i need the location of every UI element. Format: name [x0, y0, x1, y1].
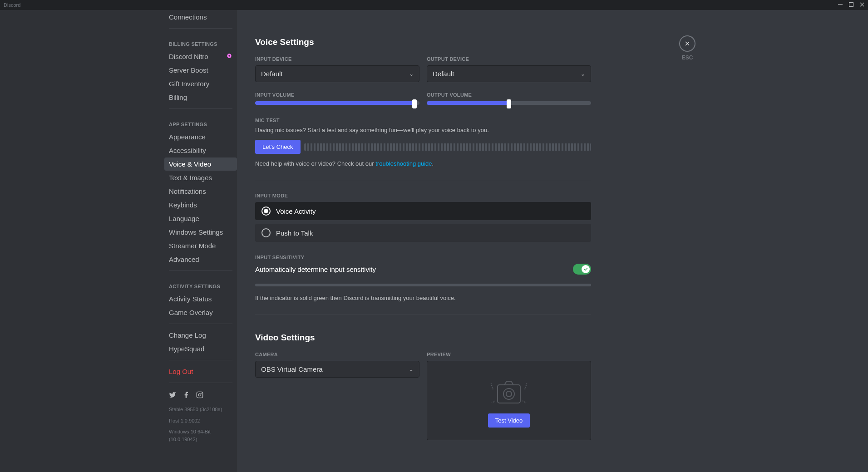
sidebar-item-label: Discord Nitro — [169, 53, 208, 60]
maximize-icon[interactable] — [849, 2, 853, 8]
sidebar-item-notifications[interactable]: Notifications — [164, 185, 237, 198]
slider-thumb[interactable] — [412, 99, 417, 108]
output-volume-label: OUTPUT VOLUME — [427, 92, 591, 98]
input-mode-label: INPUT MODE — [255, 193, 591, 198]
svg-point-6 — [201, 393, 202, 393]
troubleshooting-link[interactable]: troubleshooting guide — [375, 160, 432, 167]
output-device-label: OUTPUT DEVICE — [427, 56, 591, 62]
slider-thumb[interactable] — [507, 99, 511, 108]
sidebar-item-billing[interactable]: Billing — [164, 91, 237, 104]
preview-label: PREVIEW — [427, 352, 591, 357]
sidebar-item-label: Streamer Mode — [169, 242, 216, 250]
mic-test-description: Having mic issues? Start a test and say … — [255, 127, 591, 133]
svg-rect-1 — [849, 3, 853, 7]
sidebar-item-accessibility[interactable]: Accessibility — [164, 144, 237, 157]
sidebar-item-label: Log Out — [169, 368, 193, 375]
chevron-down-icon: ⌄ — [409, 71, 414, 77]
sidebar-item-game-overlay[interactable]: Game Overlay — [164, 306, 237, 319]
sidebar-item-label: Voice & Video — [169, 160, 211, 168]
sidebar-item-keybinds[interactable]: Keybinds — [164, 198, 237, 211]
sidebar-item-label: Activity Status — [169, 295, 212, 303]
close-esc-label: ESC — [682, 54, 693, 61]
chevron-down-icon: ⌄ — [409, 366, 414, 373]
sidebar-item-language[interactable]: Language — [164, 212, 237, 225]
sidebar-item-windows-settings[interactable]: Windows Settings — [164, 226, 237, 239]
radio-icon — [261, 228, 271, 237]
sidebar-item-nitro[interactable]: Discord Nitro — [164, 50, 237, 63]
separator — [169, 28, 232, 29]
voice-settings-heading: Voice Settings — [255, 37, 591, 47]
version-line-2: Host 1.0.9002 — [164, 415, 237, 427]
settings-content: ESC Voice Settings INPUT DEVICE Default … — [237, 10, 868, 472]
sidebar-item-hypesquad[interactable]: HypeSquad — [164, 342, 237, 355]
auto-sensitivity-toggle[interactable] — [573, 264, 591, 275]
sidebar-item-logout[interactable]: Log Out — [164, 365, 237, 378]
sidebar-item-gift-inventory[interactable]: Gift Inventory — [164, 77, 237, 90]
sidebar-header-activity: ACTIVITY SETTINGS — [164, 275, 237, 292]
sidebar-item-streamer-mode[interactable]: Streamer Mode — [164, 239, 237, 252]
sidebar-item-label: Game Overlay — [169, 309, 213, 316]
sensitivity-note: If the indicator is solid green then Dis… — [255, 295, 591, 301]
sidebar-item-label: Connections — [169, 13, 207, 21]
facebook-icon[interactable] — [182, 391, 190, 400]
input-volume-slider[interactable] — [255, 101, 419, 105]
input-volume-label: INPUT VOLUME — [255, 92, 419, 98]
left-margin — [0, 10, 164, 472]
camera-placeholder-icon — [486, 374, 532, 407]
help-text-suffix: . — [432, 160, 434, 167]
sidebar-item-label: Server Boost — [169, 66, 208, 74]
sidebar-item-connections[interactable]: Connections — [164, 10, 237, 24]
svg-rect-4 — [197, 392, 202, 398]
camera-select[interactable]: OBS Virtual Camera ⌄ — [255, 361, 419, 378]
video-settings-heading: Video Settings — [255, 333, 591, 343]
input-mode-voice-activity[interactable]: Voice Activity — [255, 202, 591, 220]
sidebar-item-activity-status[interactable]: Activity Status — [164, 292, 237, 305]
svg-point-5 — [198, 393, 201, 396]
settings-sidebar: Connections BILLING SETTINGS Discord Nit… — [164, 10, 237, 472]
radio-label: Push to Talk — [276, 229, 313, 237]
separator — [169, 108, 232, 109]
help-text: Need help with voice or video? Check out… — [255, 160, 591, 167]
svg-rect-0 — [838, 4, 843, 5]
sidebar-item-label: Keybinds — [169, 201, 197, 209]
sidebar-item-text-images[interactable]: Text & Images — [164, 171, 237, 184]
sidebar-header-billing: BILLING SETTINGS — [164, 33, 237, 49]
sidebar-item-label: Billing — [169, 93, 187, 101]
section-divider — [255, 180, 591, 180]
sidebar-item-label: HypeSquad — [169, 345, 204, 353]
svg-point-9 — [506, 391, 512, 397]
test-video-button[interactable]: Test Video — [488, 413, 530, 428]
sidebar-item-label: Appearance — [169, 133, 206, 141]
sidebar-item-changelog[interactable]: Change Log — [164, 329, 237, 342]
input-device-select[interactable]: Default ⌄ — [255, 65, 419, 82]
radio-label: Voice Activity — [276, 207, 316, 215]
nitro-badge-icon — [226, 53, 232, 60]
input-mode-push-to-talk[interactable]: Push to Talk — [255, 224, 591, 242]
video-preview-box: Test Video — [427, 361, 591, 440]
output-device-select[interactable]: Default ⌄ — [427, 65, 591, 82]
sidebar-item-label: Windows Settings — [169, 228, 223, 236]
separator — [169, 383, 232, 383]
minimize-icon[interactable] — [838, 2, 843, 8]
camera-label: CAMERA — [255, 352, 419, 357]
toggle-knob — [582, 265, 590, 273]
twitter-icon[interactable] — [169, 391, 176, 400]
mic-level-meter — [304, 143, 591, 151]
sensitivity-bar — [255, 284, 591, 286]
mic-test-button[interactable]: Let's Check — [255, 140, 301, 154]
sidebar-item-label: Notifications — [169, 187, 206, 195]
svg-rect-7 — [498, 385, 520, 403]
separator — [169, 360, 232, 360]
window-controls — [838, 2, 864, 8]
sidebar-item-server-boost[interactable]: Server Boost — [164, 64, 237, 77]
close-window-icon[interactable] — [860, 2, 864, 8]
chevron-down-icon: ⌄ — [581, 71, 585, 77]
sidebar-item-label: Language — [169, 215, 199, 222]
output-volume-slider[interactable] — [427, 101, 591, 105]
sidebar-item-appearance[interactable]: Appearance — [164, 130, 237, 143]
instagram-icon[interactable] — [196, 391, 203, 400]
sidebar-item-voice-video[interactable]: Voice & Video — [164, 157, 237, 171]
close-button[interactable]: ESC — [679, 35, 695, 61]
app-name: Discord — [4, 2, 20, 8]
sidebar-item-advanced[interactable]: Advanced — [164, 253, 237, 266]
